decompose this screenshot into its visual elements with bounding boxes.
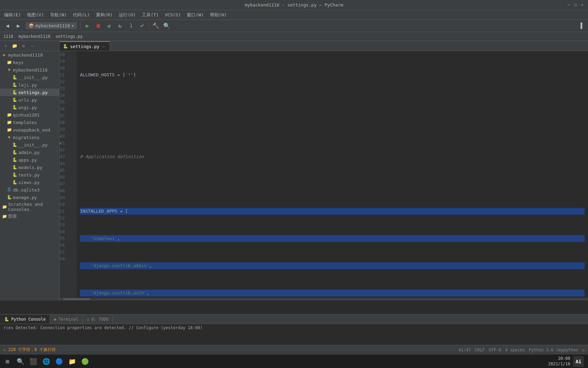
sidebar-item-apps[interactable]: 🐍 apps.py xyxy=(0,156,59,164)
title-text: mybackend1118 - settings.py – PyCharm xyxy=(245,2,343,7)
sidebar-item-manage[interactable]: 🐍 manage.py xyxy=(0,194,59,201)
breadcrumb-sep-1: › xyxy=(15,34,17,39)
sidebar-label: Scratches and Consoles xyxy=(8,202,57,212)
taskbar-chrome[interactable]: 🔵 xyxy=(53,355,65,368)
breadcrumb-project[interactable]: 1118 xyxy=(3,34,13,39)
close-button[interactable]: ✕ xyxy=(580,3,585,7)
status-line-ending[interactable]: CRLF xyxy=(475,348,485,352)
taskbar-start[interactable]: ⊞ xyxy=(1,355,14,368)
taskbar-search[interactable]: 🔍 xyxy=(14,355,27,368)
menu-edit[interactable]: 编辑(E) xyxy=(1,11,23,19)
taskbar-time[interactable]: 20:00 2021/1/16 xyxy=(548,356,570,367)
sidebar-item-models[interactable]: 🐍 models.py xyxy=(0,164,59,171)
sidebar-item-bulku[interactable]: 📁 部库 xyxy=(0,213,59,220)
forward-button[interactable]: ▶ xyxy=(14,21,23,31)
restore-button[interactable]: □ xyxy=(573,3,578,7)
editor-content[interactable]: 28 29 30 31 32 33 34 35 36 37 38 39 40 ⚠… xyxy=(60,51,588,298)
sidebar-item-settings[interactable]: 🐍 settings.py xyxy=(0,89,59,96)
menu-view[interactable]: 视图(V) xyxy=(24,11,46,19)
menu-vcs[interactable]: VCS(S) xyxy=(162,11,183,18)
status-python-version[interactable]: Python 3.6 (mypython xyxy=(529,348,578,352)
sidebar-item-wsgi[interactable]: 🐍 wsgi.py xyxy=(0,104,59,111)
chrome-icon: 🔵 xyxy=(54,357,64,366)
breadcrumb: 1118 › mybackend1118 › settings.py xyxy=(0,32,588,41)
line-num-50: 50 xyxy=(60,201,74,208)
sidebar-item-templates[interactable]: 📁 templates xyxy=(0,119,59,126)
menu-nav[interactable]: 导航(N) xyxy=(47,11,69,19)
code-area[interactable]: ALLOWED_HOSTS = ['*'] # Application defi… xyxy=(77,51,588,298)
code-line-28: ALLOWED_HOSTS = ['*'] xyxy=(80,72,585,78)
tab-python-console[interactable]: 🐍 Python Console xyxy=(0,315,50,324)
sidebar-new-file[interactable]: + xyxy=(2,42,10,50)
status-indent[interactable]: 4 spaces xyxy=(505,348,525,352)
tab-todo[interactable]: ☑ 6: TODO xyxy=(83,315,113,324)
line-num-31: 31 xyxy=(60,72,74,78)
resume-button[interactable]: ↻ xyxy=(115,21,125,31)
step-into[interactable]: ⤶ xyxy=(137,21,147,31)
line-num-54: 54 xyxy=(60,228,74,235)
sidebar-item-vueappback[interactable]: 📁 vueappback_end xyxy=(0,126,59,134)
status-message: rces Detected: Connection properties are… xyxy=(3,325,202,330)
sidebar-settings[interactable]: ⚙ xyxy=(20,42,27,50)
menu-window[interactable]: 窗口(W) xyxy=(184,11,206,19)
tab-close-button[interactable]: ✕ xyxy=(101,44,106,49)
status-encoding[interactable]: UTF-8 xyxy=(489,348,501,352)
sidebar-item-admin[interactable]: 🐍 admin.py xyxy=(0,149,59,156)
sidebar-item-urls[interactable]: 🐍 urls.py xyxy=(0,96,59,104)
sidebar-item-qinhua[interactable]: 📁 qinhua1201 xyxy=(0,111,59,119)
time-display: 20:00 xyxy=(548,356,570,362)
sidebar-item-tests[interactable]: 🐍 tests.py xyxy=(0,171,59,179)
sidebar-collapse[interactable]: – xyxy=(29,42,36,50)
menu-refactor[interactable]: 重构(R) xyxy=(93,11,115,19)
stop-button[interactable]: ⏹ xyxy=(94,21,103,31)
sidebar-item-root[interactable]: ▶ mybackend1118 xyxy=(0,51,59,59)
tab-settings[interactable]: 🐍 settings.py ✕ xyxy=(60,41,110,51)
sidebar-item-laji[interactable]: 🐍 laji.py xyxy=(0,81,59,89)
toolbar-separator-1 xyxy=(80,22,81,30)
sidebar-label: wsgi.py xyxy=(18,105,37,110)
breadcrumb-file[interactable]: settings.py xyxy=(55,34,82,39)
menu-code[interactable]: 代码(L) xyxy=(70,11,92,19)
titlebar: mybackend1118 - settings.py – PyCharm ─ … xyxy=(0,0,588,10)
side-panel-toggle[interactable]: ▐ xyxy=(576,21,585,31)
sidebar-new-folder[interactable]: 📁 xyxy=(11,42,18,50)
menu-help[interactable]: 帮助(H) xyxy=(207,11,229,19)
tab-terminal[interactable]: ▶ Terminal xyxy=(50,315,83,324)
bottom-panel: 🐍 Python Console ▶ Terminal ☑ 6: TODO rc… xyxy=(0,314,588,345)
taskbar-folder[interactable]: 📁 xyxy=(66,355,78,368)
line-num-53: 53 xyxy=(60,221,74,228)
code-line-31: # Application definition xyxy=(80,153,585,160)
sidebar-item-init2[interactable]: 🐍 __init__.py xyxy=(0,141,59,149)
build-button[interactable]: 🔨 xyxy=(151,21,161,31)
rerun-button[interactable]: ↺ xyxy=(104,21,114,31)
taskbar-pycharm[interactable]: 🟢 xyxy=(79,355,91,368)
minimize-button[interactable]: ─ xyxy=(566,3,571,7)
back-button[interactable]: ◀ xyxy=(3,21,12,31)
taskbar-edge[interactable]: 🌐 xyxy=(40,355,52,368)
line-num-49: 49 xyxy=(60,194,74,201)
status-position[interactable]: 41:47 xyxy=(458,348,471,352)
line-num-32: 32 xyxy=(60,78,74,85)
editor-scrollbar-h[interactable] xyxy=(60,298,588,301)
taskbar-taskview[interactable]: ⬛ xyxy=(27,355,39,368)
sidebar: + 📁 ⚙ – ▶ mybackend1118 📁 keys ▼ mybacke… xyxy=(0,41,60,301)
sidebar-item-migrations[interactable]: ▼ migrations xyxy=(0,134,59,141)
status-warning[interactable]: ⚠ 228 个字符，6 个换行符 xyxy=(3,347,56,353)
step-over[interactable]: ⤵ xyxy=(126,21,136,31)
sidebar-item-scratches[interactable]: 📁 Scratches and Consoles xyxy=(0,201,59,213)
breadcrumb-folder[interactable]: mybackend1118 xyxy=(18,34,50,39)
sidebar-item-mybackend[interactable]: ▼ mybackend1118 xyxy=(0,66,59,74)
project-selector[interactable]: 📦 mybackend1118 ▾ xyxy=(26,22,77,29)
ai-icon[interactable]: Ai xyxy=(573,356,584,367)
sidebar-label: mybackend1118 xyxy=(13,67,48,73)
sidebar-item-views[interactable]: 🐍 views.py xyxy=(0,179,59,186)
sidebar-item-init[interactable]: 🐍 __init__.py xyxy=(0,74,59,81)
sidebar-item-keys[interactable]: 📁 keys xyxy=(0,59,59,66)
status-inspection[interactable]: ⚠ xyxy=(582,348,585,352)
menu-tools[interactable]: 工具(T) xyxy=(139,11,161,19)
run-button[interactable]: ▶ xyxy=(83,21,92,31)
search-button[interactable]: 🔍 xyxy=(162,21,172,31)
menu-run[interactable]: 运行(U) xyxy=(116,11,138,19)
sidebar-item-db[interactable]: 🗄 db.sqlite3 xyxy=(0,186,59,194)
code-text: 'django.contrib.admin', xyxy=(80,262,152,269)
